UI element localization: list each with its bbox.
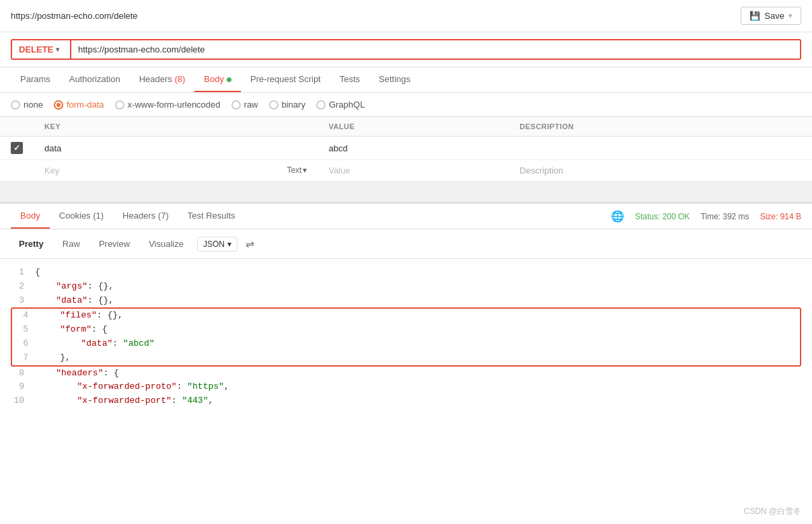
format-label: JSON [203,239,225,249]
code-content-4: "files": {}, [39,309,123,323]
save-button[interactable]: 💾 Save ▾ [741,7,801,25]
status-size: Size: 914 B [760,212,801,221]
table-row: data abcd [0,137,812,160]
radio-urlencoded-circle [115,100,124,110]
format-select[interactable]: JSON ▾ [197,237,237,252]
key-placeholder: Key [44,165,59,176]
view-tab-visualize[interactable]: Visualize [141,236,192,252]
url-input[interactable] [71,39,801,60]
globe-icon: 🌐 [611,210,624,223]
radio-urlencoded[interactable]: x-www-form-urlencoded [115,100,221,110]
code-content-2: "args": {}, [35,280,114,294]
value-placeholder: Value [328,165,350,176]
tab-pre-request[interactable]: Pre-request Script [241,67,330,92]
text-type-dropdown[interactable]: Text ▾ [287,165,307,175]
row-value-cell[interactable]: abcd [318,137,509,160]
col-description: DESCRIPTION [509,117,812,137]
response-tab-body[interactable]: Body [11,204,50,229]
code-line-9: 9 "x-forwarded-proto": "https", [11,380,801,394]
tab-body[interactable]: Body [194,67,241,92]
line-num-7: 7 [15,351,28,365]
line-num-4: 4 [15,309,28,323]
view-tab-preview[interactable]: Preview [91,236,138,252]
row-checkbox-cell[interactable] [0,137,34,160]
save-chevron-icon: ▾ [788,11,792,20]
line-num-10: 10 [11,394,24,408]
form-table: KEY VALUE DESCRIPTION data abcd Key Text [0,117,812,182]
page-title: https://postman-echo.com/delete [11,11,138,21]
wrap-button[interactable]: ⇌ [240,235,260,253]
code-line-5: 5 "form": { [15,323,797,337]
radio-graphql-circle [316,100,326,110]
pretty-label: Pretty [19,239,44,249]
highlight-region: 4 "files": {}, 5 "form": { 6 "data": "ab… [11,307,801,366]
view-tabs: Pretty Raw Preview Visualize JSON ▾ ⇌ [0,229,812,259]
response-tab-headers[interactable]: Headers (7) [113,204,178,229]
line-num-2: 2 [11,280,24,294]
view-tab-pretty[interactable]: Pretty [11,236,52,252]
tab-headers[interactable]: Headers (8) [130,67,195,92]
view-tab-raw[interactable]: Raw [54,236,88,252]
code-line-4: 4 "files": {}, [15,309,797,323]
response-body-label: Body [20,211,40,221]
code-content-10: "x-forwarded-port": "443", [35,394,213,408]
line-num-6: 6 [15,337,28,351]
line-num-9: 9 [11,380,24,394]
response-tab-test-results[interactable]: Test Results [178,204,245,229]
wrap-icon: ⇌ [246,238,254,250]
top-bar: https://postman-echo.com/delete 💾 Save ▾ [0,0,812,32]
tab-tests[interactable]: Tests [330,67,369,92]
code-content-1: { [35,266,40,280]
row-key: data [44,143,61,153]
description-placeholder: Description [519,165,563,176]
placeholder-value-cell[interactable]: Value [318,160,509,182]
col-key: KEY [34,117,318,137]
raw-label: Raw [63,239,80,249]
code-line-8: 8 "headers": { [11,367,801,381]
body-dot [227,77,231,82]
status-time: Time: 392 ms [700,212,749,221]
radio-graphql[interactable]: GraphQL [316,100,365,110]
radio-graphql-label: GraphQL [329,100,365,110]
response-test-results-label: Test Results [188,211,235,221]
radio-form-data[interactable]: form-data [54,100,104,110]
radio-raw-label: raw [244,100,258,110]
method-select[interactable]: DELETE ▾ [11,39,71,60]
save-icon: 💾 [749,11,760,21]
request-tabs: Params Authorization Headers (8) Body Pr… [0,67,812,93]
placeholder-desc-cell[interactable]: Description [509,160,812,182]
code-content-5: "form": { [39,323,107,337]
code-content-6: "data": "abcd" [39,337,155,351]
radio-raw-circle [231,100,241,110]
text-dropdown-chevron: ▾ [303,165,307,175]
row-key-cell[interactable]: data [34,137,318,160]
checkbox-checked[interactable] [11,142,23,154]
radio-raw[interactable]: raw [231,100,258,110]
placeholder-key-cell[interactable]: Key Text ▾ [34,160,318,182]
code-line-10: 10 "x-forwarded-port": "443", [11,394,801,408]
line-num-3: 3 [11,294,24,308]
code-content-7: }, [39,351,71,365]
method-chevron-icon: ▾ [56,46,59,53]
table-row-placeholder: Key Text ▾ Value Description [0,160,812,182]
code-line-6: 6 "data": "abcd" [15,337,797,351]
tab-settings[interactable]: Settings [369,67,420,92]
line-num-1: 1 [11,266,24,280]
radio-none-label: none [24,100,43,110]
radio-none[interactable]: none [11,100,43,110]
code-content-8: "headers": { [35,367,119,381]
row-desc-cell[interactable] [509,137,812,160]
radio-binary[interactable]: binary [269,100,305,110]
method-label: DELETE [19,44,53,54]
format-chevron-icon: ▾ [227,239,231,249]
response-cookies-label: Cookies (1) [59,211,104,221]
tab-authorization[interactable]: Authorization [60,67,130,92]
response-tabs: Body Cookies (1) Headers (7) Test Result… [0,204,812,229]
status-ok: Status: 200 OK [635,212,690,221]
row-value: abcd [328,143,347,153]
tab-params[interactable]: Params [11,67,60,92]
response-section: Body Cookies (1) Headers (7) Test Result… [0,202,812,415]
code-area: 1 { 2 "args": {}, 3 "data": {}, 4 "files… [0,259,812,415]
response-tab-cookies[interactable]: Cookies (1) [50,204,113,229]
request-line: DELETE ▾ [0,32,812,67]
